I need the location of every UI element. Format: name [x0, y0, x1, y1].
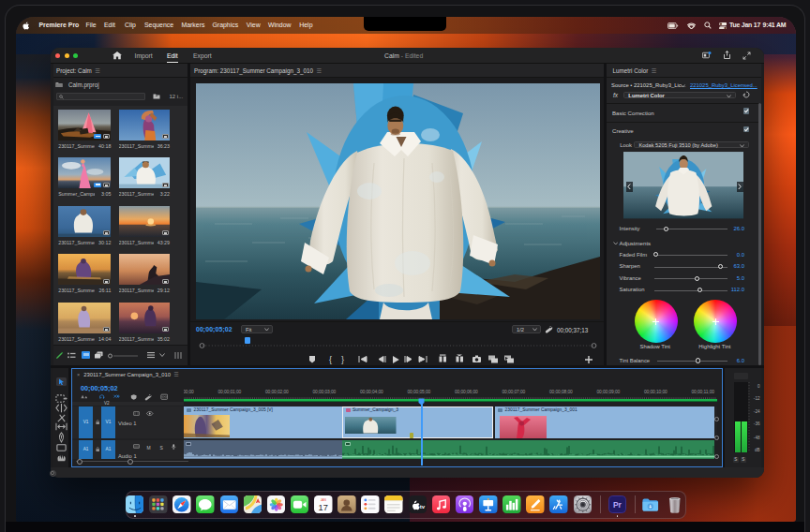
svg-text:}: } — [341, 355, 344, 364]
svg-text:17: 17 — [319, 502, 328, 511]
svg-text:{: { — [329, 355, 332, 364]
svg-text:JAN: JAN — [321, 497, 327, 501]
svg-text:tv: tv — [419, 503, 425, 509]
